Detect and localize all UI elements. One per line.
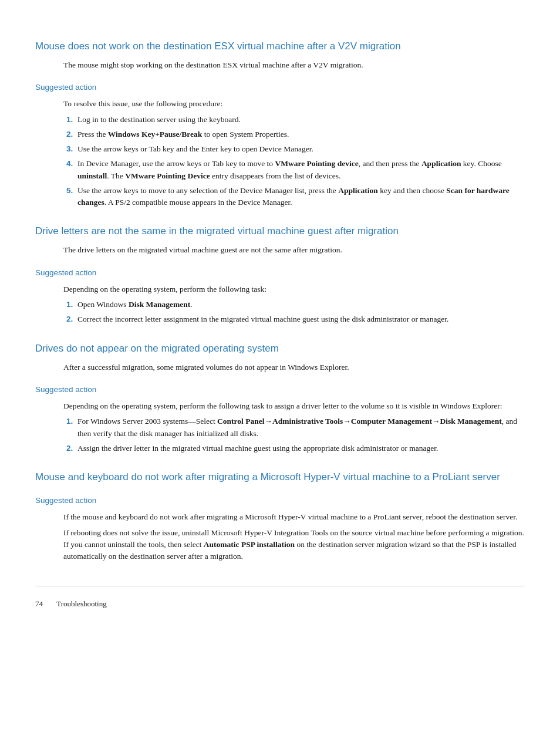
suggested-action-label-section1: Suggested action — [35, 82, 525, 93]
intro-text-section1: To resolve this issue, use the following… — [63, 98, 525, 110]
intro-text-section3: Depending on the operating system, perfo… — [63, 400, 525, 412]
suggested-action-label-section2: Suggested action — [35, 267, 525, 279]
step-item-section1-5: Use the arrow keys to move to any select… — [75, 185, 525, 209]
step-item-section3-1: For Windows Server 2003 systems—Select C… — [75, 416, 525, 440]
footer: 74 Troubleshooting — [35, 586, 525, 609]
step-item-section1-4: In Device Manager, use the arrow keys or… — [75, 158, 525, 182]
steps-list-section2: Open Windows Disk Management.Correct the… — [75, 299, 525, 326]
step-item-section1-2: Press the Windows Key+Pause/Break to ope… — [75, 129, 525, 140]
section-title-section2: Drive letters are not the same in the mi… — [35, 225, 525, 238]
intro-text-section2: Depending on the operating system, perfo… — [63, 283, 525, 295]
suggested-action-label-section4: Suggested action — [35, 495, 525, 507]
step-item-section3-2: Assign the driver letter in the migrated… — [75, 443, 525, 454]
steps-list-section3: For Windows Server 2003 systems—Select C… — [75, 416, 525, 454]
section-title-section3: Drives do not appear on the migrated ope… — [35, 342, 525, 356]
section-description-section2: The drive letters on the migrated virtua… — [63, 244, 525, 256]
step-item-section1-1: Log in to the destination server using t… — [75, 114, 525, 126]
sections-container: Mouse does not work on the destination E… — [35, 40, 525, 562]
suggested-action-label-section3: Suggested action — [35, 384, 525, 396]
footer-section-label: Troubleshooting — [56, 599, 106, 608]
section-title-section4: Mouse and keyboard do not work after mig… — [35, 471, 525, 484]
section-description-section3: After a successful migration, some migra… — [63, 362, 525, 373]
step-item-section2-2: Correct the incorrect letter assignment … — [75, 313, 525, 325]
page-content: Mouse does not work on the destination E… — [35, 40, 525, 609]
steps-list-section1: Log in to the destination server using t… — [75, 114, 525, 209]
step-item-section2-1: Open Windows Disk Management. — [75, 299, 525, 310]
step-item-section1-3: Use the arrow keys or Tab key and the En… — [75, 143, 525, 155]
footer-page-number: 74 — [35, 599, 43, 608]
body-paragraph-section4-1: If rebooting does not solve the issue, u… — [63, 527, 525, 563]
body-paragraph-section4-0: If the mouse and keyboard do not work af… — [63, 511, 525, 523]
section-title-section1: Mouse does not work on the destination E… — [35, 40, 525, 53]
section-description-section1: The mouse might stop working on the dest… — [63, 59, 525, 71]
